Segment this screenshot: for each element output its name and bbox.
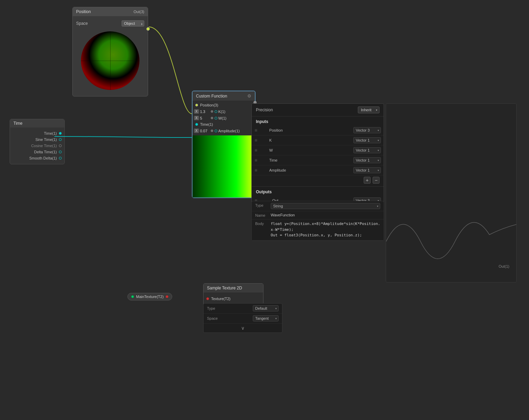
type-dropdown-wrap[interactable]: String File [271, 203, 380, 209]
row-handle[interactable]: ≡ [252, 125, 267, 135]
position-type-dropdown[interactable]: Vector 3Vector 1Vector 2Vector 4 [353, 127, 381, 133]
cf-port-dot-time[interactable] [195, 123, 198, 126]
type-prop-dropdown-wrap[interactable]: Default Normal Linear [253, 305, 279, 311]
name-value[interactable]: WaveFunction [271, 213, 380, 217]
add-input-btn[interactable]: + [364, 177, 371, 184]
time-node-body: Time(1) Sine Time(1) Cosine Time(1) Delt… [10, 127, 64, 164]
row-handle[interactable]: ≡ [252, 165, 267, 175]
main-texture-right-port[interactable] [166, 295, 168, 298]
input-name: Position [267, 125, 314, 135]
texture-row: Texture(T2) [204, 295, 263, 302]
body-panel: Type String File Name WaveFunction Body … [251, 201, 384, 241]
time-port-smooth: Smooth Delta(1) [10, 155, 64, 161]
space-label: Space [76, 21, 88, 26]
time-port-delta: Delta Time(1) [10, 149, 64, 155]
position-node-header: Position Out(3) [73, 7, 148, 16]
w-connector[interactable] [211, 117, 213, 119]
chevron-down[interactable]: ∨ [204, 324, 282, 332]
space-dropdown[interactable]: Object World View Tangent [122, 20, 144, 27]
body-row-content: Body float y=(Position.x+8)*Amplitude*si… [252, 219, 384, 240]
sample-texture-title: Sample Texture 2D [207, 286, 242, 290]
type-dropdown[interactable]: String File [271, 203, 380, 209]
main-texture-label: MainTexture(T2) [136, 295, 164, 299]
body-label: Body [255, 221, 271, 226]
cf-port-position: Position(3) [193, 102, 255, 108]
time-port-sine: Sine Time(1) [10, 136, 64, 143]
precision-header: Precision Inherit Half Float [252, 104, 384, 116]
main-texture-left-port[interactable] [131, 295, 134, 298]
time-port-dot-smooth[interactable] [59, 157, 62, 160]
amplitude-type-dropdown[interactable]: Vector 1Vector 2Vector 3 [353, 167, 381, 173]
precision-dropdown[interactable]: Inherit Half Float [358, 106, 380, 113]
main-texture-pill[interactable]: MainTexture(T2) [127, 293, 172, 300]
table-row: ≡ K Vector 1Vector 2Vector 3 [252, 135, 384, 145]
out3-label: Out(3) [134, 10, 144, 14]
precision-panel: Precision Inherit Half Float Inputs ≡ Po… [251, 103, 384, 216]
cf-port-dot-w[interactable] [215, 117, 217, 120]
precision-label: Precision [256, 107, 273, 112]
position-node: Position Out(3) Space Object World View … [72, 7, 148, 96]
name-row: Name WaveFunction [252, 211, 384, 219]
space-prop-dropdown-wrap[interactable]: Tangent World Object [253, 315, 279, 321]
space-dropdown-wrap[interactable]: Object World View Tangent [122, 20, 144, 27]
time-port-dot-time[interactable] [59, 132, 62, 135]
cf-port-dot-position[interactable] [195, 104, 198, 106]
row-handle[interactable]: ≡ [252, 155, 267, 165]
w-type-dropdown[interactable]: Vector 1Vector 2Vector 3 [353, 147, 381, 153]
body-code[interactable]: float y=(Position.x+8)*Amplitude*sin(K*P… [271, 221, 380, 238]
time-port-cosine: Cosine Time(1) [10, 143, 64, 149]
time-port-dot-delta[interactable] [59, 151, 62, 153]
space-prop-dropdown[interactable]: Tangent World Object [253, 315, 279, 321]
type-dropdown-cell: Vector 1Vector 2Vector 3 [314, 165, 384, 175]
input-name: K [267, 135, 314, 145]
cf-port-dot-k[interactable] [215, 110, 217, 113]
cf-preview [193, 135, 255, 197]
table-row: ≡ Time Vector 1Vector 2Vector 3 [252, 155, 384, 165]
position-preview [81, 31, 139, 90]
inputs-add-remove: + − [252, 175, 384, 185]
cf-port-time: Time(1) [193, 121, 255, 127]
cf-port-dot-amp[interactable] [215, 130, 217, 132]
custom-function-node: Custom Function ⚙ Position(3) X 1.3 K(1)… [192, 91, 256, 198]
cf-port-amplitude: X 0.07 Amplitude(1) [193, 127, 255, 134]
input-name: Time [267, 155, 314, 165]
cf-port-k: X 1.3 K(1) [193, 108, 255, 115]
space-prop-label: Space [207, 316, 218, 320]
type-prop-dropdown[interactable]: Default Normal Linear [253, 305, 279, 311]
texture-port-dot[interactable] [206, 297, 209, 300]
table-row: ≡ W Vector 1Vector 2Vector 3 [252, 145, 384, 155]
time-port-dot-cosine[interactable] [59, 144, 62, 147]
table-row: ≡ Amplitude Vector 1Vector 2Vector 3 [252, 165, 384, 175]
cf-port-w: X 5 W(1) [193, 115, 255, 121]
time-node: Time Time(1) Sine Time(1) Cosine Time(1)… [10, 119, 65, 164]
space-row: Space Object World View Tangent [73, 19, 148, 28]
name-label: Name [255, 213, 271, 217]
type-dropdown-cell: Vector 3Vector 1Vector 2Vector 4 [314, 125, 384, 135]
graph-svg [386, 104, 516, 282]
row-handle[interactable]: ≡ [252, 135, 267, 145]
right-panel-graph: Out(1) [386, 104, 516, 282]
texture-port-label: Texture(T2) [211, 297, 230, 301]
k-type-dropdown[interactable]: Vector 1Vector 2Vector 3 [353, 137, 381, 143]
out3-port[interactable] [146, 27, 150, 31]
time-port-dot-sine[interactable] [59, 138, 62, 141]
time-type-dropdown[interactable]: Vector 1Vector 2Vector 3 [353, 157, 381, 163]
input-name: Amplitude [267, 165, 314, 175]
cf-header: Custom Function ⚙ [193, 91, 255, 101]
remove-input-btn[interactable]: − [373, 177, 380, 184]
position-node-body: Space Object World View Tangent [73, 16, 148, 96]
inputs-table: ≡ Position Vector 3Vector 1Vector 2Vecto… [252, 125, 384, 175]
k-connector[interactable] [211, 110, 213, 113]
type-dropdown-cell: Vector 1Vector 2Vector 3 [314, 155, 384, 165]
row-handle[interactable]: ≡ [252, 145, 267, 155]
amp-connector[interactable] [211, 130, 213, 132]
type-prop-label: Type [207, 306, 215, 310]
time-node-header: Time [10, 119, 64, 127]
input-name: W [267, 145, 314, 155]
table-row: ≡ Position Vector 3Vector 1Vector 2Vecto… [252, 125, 384, 135]
precision-dropdown-wrap[interactable]: Inherit Half Float [358, 106, 380, 113]
gear-icon[interactable]: ⚙ [247, 93, 251, 99]
type-dropdown-cell: Vector 1Vector 2Vector 3 [314, 145, 384, 155]
type-row: Type String File [252, 201, 384, 211]
right-panel: Out(1) [386, 103, 517, 283]
